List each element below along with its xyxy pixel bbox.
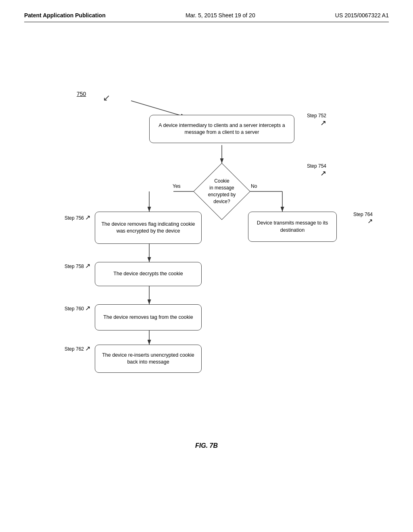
figure-caption: FIG. 7B [195, 442, 218, 449]
step764-label: Step 764 ↗ [353, 212, 373, 225]
step754-label: Step 754 ↗ [307, 163, 326, 178]
step756-box: The device removes flag indicating cooki… [95, 212, 202, 244]
step760-box: The device removes tag from the cookie [95, 304, 202, 330]
page-header: Patent Application Publication Mar. 5, 2… [24, 12, 389, 22]
svg-line-1 [131, 101, 186, 117]
step756-label: Step 756 ↗ [65, 214, 90, 221]
step760-label: Step 760 ↗ [65, 304, 90, 312]
no-label: No [251, 183, 257, 189]
arrows-svg [24, 38, 389, 461]
step758-label: Step 758 ↗ [65, 262, 90, 270]
step764-box: Device transmits message to its destinat… [248, 212, 337, 242]
header-patent-number: US 2015/0067322 A1 [335, 12, 389, 19]
header-publisher: Patent Application Publication [24, 12, 106, 19]
step758-box: The device decrypts the cookie [95, 262, 202, 286]
page: Patent Application Publication Mar. 5, 2… [0, 0, 413, 532]
ref-750-label: 750 [77, 91, 86, 97]
step752-box: A device intermediary to clients and a s… [149, 115, 294, 143]
step762-box: The device re-inserts unencrypted cookie… [95, 345, 202, 373]
step754-diamond: Cookie in message encrypted by device? [196, 165, 248, 218]
step762-label: Step 762 ↗ [65, 345, 90, 352]
header-date-sheet: Mar. 5, 2015 Sheet 19 of 20 [186, 12, 255, 19]
step752-label: Step 752 ↗ [307, 113, 326, 127]
flowchart-diagram: 750 ↙ Step 752 ↗ A device intermediary t… [24, 38, 389, 461]
start-symbol: ↙ [103, 93, 110, 103]
yes-label: Yes [173, 183, 181, 189]
